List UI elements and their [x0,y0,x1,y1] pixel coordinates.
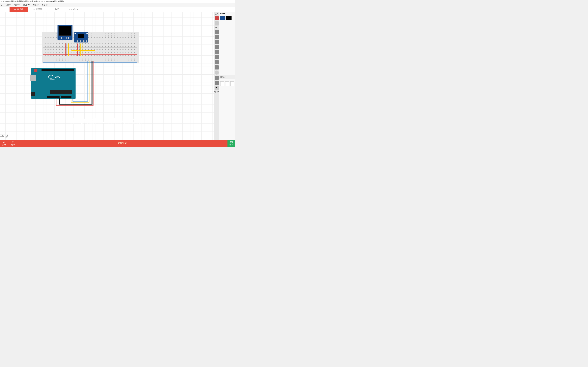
inspector-panel: 指示栏 [219,75,235,140]
tab-code[interactable]: < > Code [65,7,83,12]
inspector-title: 指示栏 [219,75,235,79]
rotate-button[interactable]: 旋转 [0,141,9,146]
tab-pcb[interactable]: ▢ PCB [47,7,64,12]
tab-schematic[interactable]: ⎓ 原理图 [29,7,47,12]
arduino-logo: UNO [48,75,61,78]
fritzing-watermark: zing [0,133,8,138]
bin-all-icon[interactable] [215,21,219,25]
oled-screen [59,26,71,36]
sim-label: SIM [215,27,218,29]
temp-bin-label: TEMP [214,91,219,93]
arduino-power-header [47,96,60,98]
window-title: 绘制Arduino面包板接线图传感器模块库文件158.fzz* - Fritzi… [1,0,64,3]
bin-item-9[interactable] [215,70,219,75]
inspector-slot-2[interactable] [225,81,229,86]
part-thumb-oled[interactable] [226,16,232,20]
parts-panel: Temp 指示栏 [219,12,235,140]
arduino-usb-port [30,75,36,81]
arduino-analog-header [61,96,71,98]
bin-item-5[interactable] [215,50,219,54]
code-icon: < > [69,8,72,10]
video-subtitle-overlay: 第一步 选择左上角菜单栏的文件 [71,117,143,124]
rotate-icon [3,141,6,143]
view-tabs: ▦ 面包板 ⎓ 原理图 ▢ PCB < > Code [0,7,235,12]
flip-icon [11,141,14,143]
breadboard-icon: ▦ [14,8,16,10]
part-thumb-module[interactable] [220,16,225,20]
flip-button[interactable]: 翻转 [9,141,17,146]
arduino-mcu-chip [50,90,72,94]
arduino-uno-component[interactable]: UNO Arduino POWER ANALOG IN [31,68,76,99]
share-icon [230,141,233,143]
parts-bin-title: Temp [219,12,235,15]
bin-item-6[interactable] [215,55,219,59]
bin-item-10[interactable] [215,76,219,80]
menubar: E) 元件(P) 视图(V) 窗口(W) 布线(R) 帮助(H) [0,3,235,7]
bottom-toolbar: 旋转 翻转 布线完成 (x,y)=(-3.523, -0.393) in 121… [0,140,235,147]
sensor-module-component[interactable] [74,32,88,42]
share-button[interactable]: 分享 [227,140,235,147]
breadboard-component[interactable] [42,32,139,63]
bin-item-2[interactable] [215,35,219,39]
inspector-slot-3[interactable] [230,81,234,86]
sensor-chip [78,34,84,38]
breadboard-canvas[interactable]: UNO Arduino POWER ANALOG IN [0,12,214,140]
parts-bin-tabs: 元件 SIM ω TEMP [214,12,219,140]
routing-status: 布线完成 [17,142,227,145]
arduino-power-jack [31,92,35,96]
bin-item-7[interactable] [215,60,219,64]
parts-label: 元件 [215,13,218,15]
oled-pins [61,37,69,39]
sensor-pins [75,41,87,42]
menu-view[interactable]: 视图(V) [14,4,21,6]
arduino-digital-header [42,69,74,71]
inspector-slot-1[interactable] [220,81,224,86]
bin-item-8[interactable] [215,66,219,69]
tab-breadboard[interactable]: ▦ 面包板 [9,7,28,12]
bin-item-12[interactable]: ω [215,86,219,90]
pcb-icon: ▢ [52,8,54,10]
bin-item-1[interactable] [215,30,219,34]
menu-file[interactable]: E) [1,4,3,6]
oled-display-component[interactable] [58,25,72,40]
bin-item-3[interactable] [215,40,219,44]
bin-item-11[interactable] [215,81,219,85]
bin-item-4[interactable] [215,45,219,49]
window-titlebar: 绘制Arduino面包板接线图传感器模块库文件158.fzz* - Fritzi… [0,0,235,3]
menu-window[interactable]: 窗口(W) [23,4,30,6]
bin-core-icon[interactable] [215,16,219,20]
schematic-icon: ⎓ [34,8,35,10]
menu-help[interactable]: 帮助(H) [42,4,48,6]
menu-route[interactable]: 布线(R) [33,4,39,6]
menu-parts[interactable]: 元件(P) [5,4,12,6]
arduino-reset-button [34,69,37,72]
